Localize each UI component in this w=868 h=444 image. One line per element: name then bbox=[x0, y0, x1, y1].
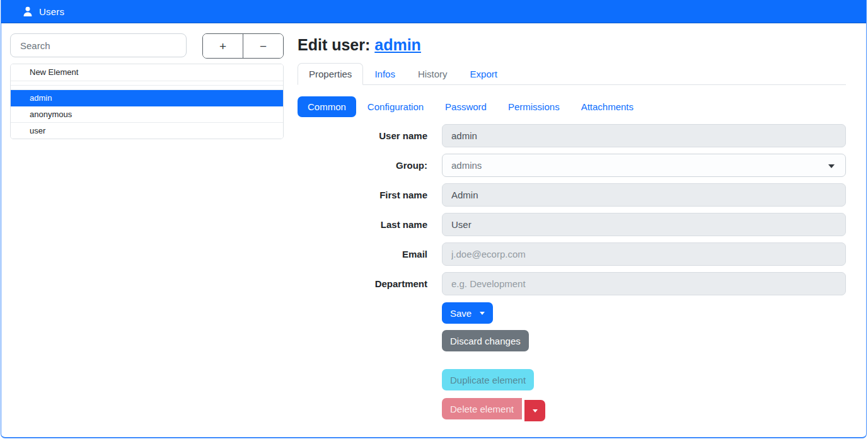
app-title: Users bbox=[39, 6, 64, 17]
list-action-group: + − bbox=[202, 33, 284, 59]
department-field[interactable] bbox=[442, 272, 846, 295]
form-row: User name bbox=[298, 124, 846, 147]
subtab-attachments[interactable]: Attachments bbox=[571, 96, 644, 117]
page-title: Edit user: admin bbox=[298, 36, 846, 54]
list-item-selected[interactable]: admin bbox=[11, 90, 283, 106]
lastname-field[interactable] bbox=[442, 213, 846, 236]
list-item[interactable]: New Element bbox=[11, 64, 283, 81]
save-button-label: Save bbox=[450, 308, 472, 319]
app-header: Users bbox=[1, 0, 866, 23]
form-row: Last name bbox=[298, 213, 846, 236]
form-row: Department bbox=[298, 272, 846, 295]
duplicate-element-button[interactable]: Duplicate element bbox=[442, 369, 534, 390]
chevron-down-icon bbox=[828, 164, 835, 168]
remove-element-button[interactable]: − bbox=[243, 34, 283, 58]
lastname-label: Last name bbox=[298, 219, 427, 230]
tab-properties[interactable]: Properties bbox=[298, 63, 363, 85]
form-actions: Save Discard changes Duplicate element D… bbox=[442, 302, 846, 421]
users-person-icon bbox=[22, 6, 33, 17]
delete-element-button[interactable]: Delete element bbox=[442, 398, 522, 419]
form-row: Email bbox=[298, 242, 846, 266]
list-item-label[interactable]: anonymous bbox=[11, 106, 283, 122]
subtab-common[interactable]: Common bbox=[298, 96, 356, 117]
chevron-down-icon bbox=[480, 312, 485, 315]
chevron-down-icon bbox=[533, 409, 538, 413]
group-select[interactable]: admins bbox=[442, 154, 846, 177]
search-input[interactable] bbox=[10, 33, 187, 57]
form-row: First name bbox=[298, 183, 846, 207]
sidebar: + − New Element admin anonymous user bbox=[10, 33, 284, 421]
list-item-label[interactable]: user bbox=[11, 123, 283, 139]
firstname-label: First name bbox=[298, 190, 427, 200]
discard-changes-button[interactable]: Discard changes bbox=[442, 330, 529, 351]
group-label: Group: bbox=[298, 160, 427, 171]
add-element-button[interactable]: + bbox=[203, 34, 243, 58]
form-row: Group: admins bbox=[298, 154, 846, 177]
department-label: Department bbox=[298, 278, 427, 289]
subtab-configuration[interactable]: Configuration bbox=[357, 96, 434, 117]
subtab-permissions[interactable]: Permissions bbox=[498, 96, 570, 117]
app-window: Users + − New Element admin bbox=[1, 0, 867, 438]
edit-panel: Edit user: admin Properties Infos Histor… bbox=[298, 33, 857, 421]
tab-export[interactable]: Export bbox=[459, 63, 509, 85]
list-item-spacer[interactable] bbox=[11, 86, 283, 90]
delete-split-button: Delete element bbox=[442, 398, 846, 421]
subtab-password[interactable]: Password bbox=[435, 96, 497, 117]
list-item[interactable]: anonymous bbox=[11, 106, 283, 123]
username-field[interactable] bbox=[442, 124, 846, 147]
email-label: Email bbox=[298, 249, 427, 259]
edited-user-link[interactable]: admin bbox=[374, 36, 421, 54]
tab-infos[interactable]: Infos bbox=[363, 63, 407, 85]
subtab-bar: Common Configuration Password Permission… bbox=[298, 96, 846, 117]
page-title-prefix: Edit user: bbox=[298, 36, 370, 54]
user-form: User name Group: admins First name Last … bbox=[298, 124, 846, 421]
list-item-label[interactable]: admin bbox=[11, 90, 283, 106]
group-select-value: admins bbox=[451, 160, 482, 171]
username-label: User name bbox=[298, 130, 427, 141]
content-area: + − New Element admin anonymous user bbox=[1, 23, 866, 421]
firstname-field[interactable] bbox=[442, 183, 846, 207]
list-item[interactable]: user bbox=[11, 123, 283, 139]
sidebar-toolbar: + − bbox=[10, 33, 284, 59]
tab-bar: Properties Infos History Export bbox=[298, 63, 846, 85]
list-item-label[interactable]: New Element bbox=[11, 64, 283, 81]
element-list: New Element admin anonymous user bbox=[10, 64, 284, 139]
tab-history[interactable]: History bbox=[407, 63, 459, 85]
delete-dropdown-toggle[interactable] bbox=[524, 400, 545, 421]
list-item-spacer[interactable] bbox=[11, 81, 283, 86]
email-field[interactable] bbox=[442, 242, 846, 266]
save-button[interactable]: Save bbox=[442, 302, 493, 324]
